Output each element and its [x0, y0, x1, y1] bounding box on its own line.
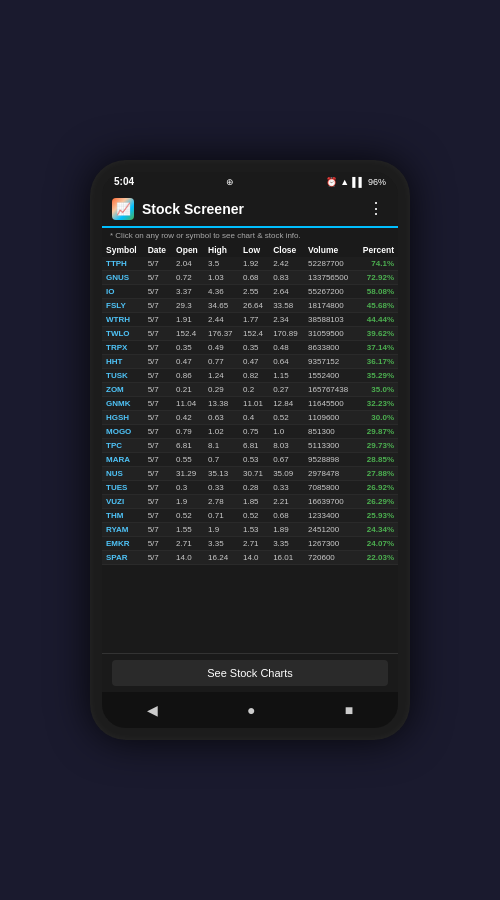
cell-data: 5/7	[144, 425, 172, 439]
table-row[interactable]: FSLY5/729.334.6526.6433.581817480045.68%	[102, 299, 398, 313]
cell-data: 1267300	[304, 537, 356, 551]
menu-button[interactable]: ⋮	[364, 197, 388, 220]
cell-percent: 39.62%	[356, 327, 398, 341]
cell-symbol: SPAR	[102, 551, 144, 565]
cell-data: 5/7	[144, 369, 172, 383]
table-row[interactable]: THM5/70.520.710.520.68123340025.93%	[102, 509, 398, 523]
cell-percent: 58.08%	[356, 285, 398, 299]
table-row[interactable]: HHT5/70.470.770.470.64935715236.17%	[102, 355, 398, 369]
cell-data: 11645500	[304, 397, 356, 411]
table-row[interactable]: TPC5/76.818.16.818.03511330029.73%	[102, 439, 398, 453]
signal-icon: ▌▌	[352, 177, 365, 187]
cell-data: 0.3	[172, 481, 204, 495]
cell-data: 5/7	[144, 495, 172, 509]
cell-data: 2.34	[269, 313, 304, 327]
cell-data: 0.53	[239, 453, 269, 467]
table-row[interactable]: GNUS5/70.721.030.680.8313375650072.92%	[102, 271, 398, 285]
cell-percent: 36.17%	[356, 355, 398, 369]
cell-data: 5/7	[144, 383, 172, 397]
cell-data: 14.0	[172, 551, 204, 565]
cell-data: 8.1	[204, 439, 239, 453]
table-row[interactable]: IO5/73.374.362.552.645526720058.08%	[102, 285, 398, 299]
cell-symbol: TTPH	[102, 257, 144, 271]
cell-data: 30.71	[239, 467, 269, 481]
nav-home-button[interactable]	[235, 698, 267, 722]
cell-symbol: GNUS	[102, 271, 144, 285]
table-row[interactable]: HGSH5/70.420.630.40.52110960030.0%	[102, 411, 398, 425]
table-row[interactable]: ZOM5/70.210.290.20.2716576743835.0%	[102, 383, 398, 397]
table-row[interactable]: MARA5/70.550.70.530.67952889828.85%	[102, 453, 398, 467]
table-row[interactable]: MOGO5/70.791.020.751.085130029.87%	[102, 425, 398, 439]
cell-data: 5113300	[304, 439, 356, 453]
status-time: 5:04	[114, 176, 134, 187]
cell-data: 0.64	[269, 355, 304, 369]
cell-data: 29.3	[172, 299, 204, 313]
cell-data: 165767438	[304, 383, 356, 397]
app-header: 📈 Stock Screener ⋮	[102, 191, 398, 228]
cell-data: 2.71	[239, 537, 269, 551]
cell-data: 2.21	[269, 495, 304, 509]
table-row[interactable]: TWLO5/7152.4176.37152.4170.893105950039.…	[102, 327, 398, 341]
cell-data: 851300	[304, 425, 356, 439]
table-row[interactable]: GNMK5/711.0413.3811.0112.841164550032.23…	[102, 397, 398, 411]
battery-level: 96%	[368, 177, 386, 187]
table-row[interactable]: SPAR5/714.016.2414.016.0172060022.03%	[102, 551, 398, 565]
cell-symbol: TRPX	[102, 341, 144, 355]
cell-percent: 22.03%	[356, 551, 398, 565]
cell-data: 5/7	[144, 299, 172, 313]
cell-percent: 27.88%	[356, 467, 398, 481]
col-volume: Volume	[304, 243, 356, 257]
cell-data: 8.03	[269, 439, 304, 453]
cell-data: 0.7	[204, 453, 239, 467]
cell-data: 152.4	[239, 327, 269, 341]
nav-recent-button[interactable]	[333, 698, 365, 722]
cell-data: 11.01	[239, 397, 269, 411]
cell-symbol: TUES	[102, 481, 144, 495]
table-row[interactable]: NUS5/731.2935.1330.7135.09297847827.88%	[102, 467, 398, 481]
see-stock-charts-button[interactable]: See Stock Charts	[112, 660, 388, 686]
cell-data: 5/7	[144, 411, 172, 425]
cell-percent: 45.68%	[356, 299, 398, 313]
table-row[interactable]: TUSK5/70.861.240.821.15155240035.29%	[102, 369, 398, 383]
phone-screen: 5:04 ⊕ ⏰ ▲ ▌▌ 96% 📈 Stock Screener ⋮ * C…	[102, 172, 398, 728]
app-icon: 📈	[112, 198, 134, 220]
cell-symbol: GNMK	[102, 397, 144, 411]
cell-symbol: HGSH	[102, 411, 144, 425]
nav-back-button[interactable]	[135, 698, 170, 722]
cell-percent: 26.92%	[356, 481, 398, 495]
table-row[interactable]: EMKR5/72.713.352.713.35126730024.07%	[102, 537, 398, 551]
cell-data: 1.55	[172, 523, 204, 537]
cell-data: 9528898	[304, 453, 356, 467]
cell-data: 0.42	[172, 411, 204, 425]
cell-data: 5/7	[144, 551, 172, 565]
table-row[interactable]: WTRH5/71.912.441.772.343858810344.44%	[102, 313, 398, 327]
cell-percent: 26.29%	[356, 495, 398, 509]
cell-data: 1.92	[239, 257, 269, 271]
cell-data: 152.4	[172, 327, 204, 341]
cell-data: 0.83	[269, 271, 304, 285]
stock-table-container: Symbol Date Open High Low Close Volume P…	[102, 243, 398, 653]
cell-data: 1.89	[269, 523, 304, 537]
cell-data: 11.04	[172, 397, 204, 411]
cell-data: 3.37	[172, 285, 204, 299]
cell-data: 0.33	[204, 481, 239, 495]
cell-data: 1.03	[204, 271, 239, 285]
cell-percent: 24.07%	[356, 537, 398, 551]
table-row[interactable]: RYAM5/71.551.91.531.89245120024.34%	[102, 523, 398, 537]
cell-percent: 29.87%	[356, 425, 398, 439]
cell-data: 0.68	[239, 271, 269, 285]
cell-data: 9357152	[304, 355, 356, 369]
cell-data: 5/7	[144, 341, 172, 355]
table-row[interactable]: TRPX5/70.350.490.350.48863380037.14%	[102, 341, 398, 355]
table-row[interactable]: VUZI5/71.92.781.852.211663970026.29%	[102, 495, 398, 509]
cell-percent: 44.44%	[356, 313, 398, 327]
cell-data: 55267200	[304, 285, 356, 299]
cell-symbol: WTRH	[102, 313, 144, 327]
table-row[interactable]: TTPH5/72.043.51.922.425228770074.1%	[102, 257, 398, 271]
table-row[interactable]: TUES5/70.30.330.280.33708580026.92%	[102, 481, 398, 495]
cell-symbol: ZOM	[102, 383, 144, 397]
cell-symbol: TUSK	[102, 369, 144, 383]
button-container: See Stock Charts	[102, 653, 398, 692]
cell-data: 3.35	[204, 537, 239, 551]
cell-data: 0.75	[239, 425, 269, 439]
